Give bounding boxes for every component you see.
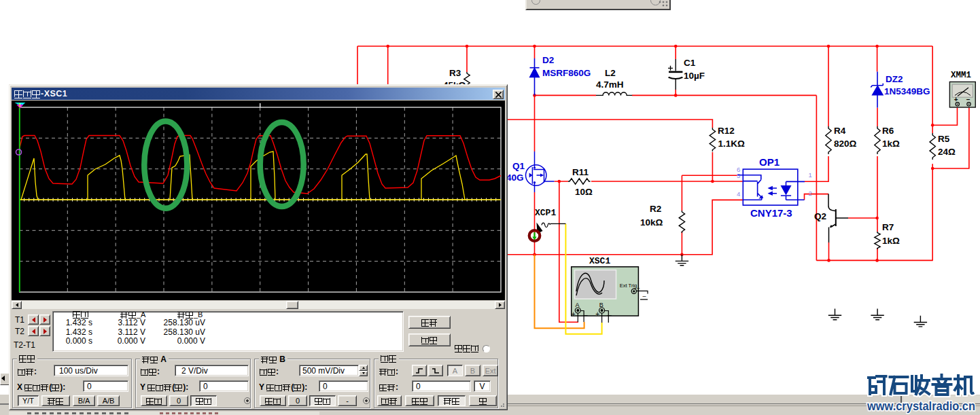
svg-text:5: 5 bbox=[737, 172, 740, 179]
svg-text:10Ω: 10Ω bbox=[575, 187, 593, 197]
svg-text:1kΩ: 1kΩ bbox=[882, 236, 900, 246]
svg-text:MSRF860G: MSRF860G bbox=[542, 68, 591, 78]
svg-text:2: 2 bbox=[809, 190, 812, 197]
svg-text:24Ω: 24Ω bbox=[938, 147, 956, 157]
svg-text:Q2: Q2 bbox=[814, 211, 826, 221]
svg-text:C1: C1 bbox=[684, 58, 696, 68]
svg-text:–: – bbox=[584, 310, 589, 319]
svg-text:–: – bbox=[966, 96, 970, 103]
svg-text:+: + bbox=[637, 285, 640, 291]
svg-text:Ext Trig: Ext Trig bbox=[620, 283, 637, 289]
svg-text:820Ω: 820Ω bbox=[834, 139, 857, 149]
svg-text:OP1: OP1 bbox=[759, 156, 780, 168]
svg-text:L2: L2 bbox=[605, 68, 616, 78]
svg-text:4: 4 bbox=[737, 190, 740, 198]
svg-text:R2: R2 bbox=[650, 204, 661, 214]
svg-text:R7: R7 bbox=[882, 222, 894, 232]
svg-text:R4: R4 bbox=[834, 126, 846, 136]
svg-text:XMM1: XMM1 bbox=[951, 71, 971, 80]
svg-text:1: 1 bbox=[18, 103, 21, 107]
svg-text:R12: R12 bbox=[718, 126, 735, 136]
svg-text:A: A bbox=[576, 302, 580, 308]
svg-text:1.1KΩ: 1.1KΩ bbox=[718, 139, 746, 149]
svg-text:www.crystalradio.cn: www.crystalradio.cn bbox=[867, 399, 975, 413]
svg-text:Q1: Q1 bbox=[512, 161, 525, 171]
svg-text:1: 1 bbox=[809, 171, 812, 179]
svg-text:XCP1: XCP1 bbox=[535, 208, 556, 218]
svg-text:1N5349BG: 1N5349BG bbox=[884, 86, 930, 96]
svg-text:XSC1: XSC1 bbox=[589, 256, 610, 266]
svg-text:40G: 40G bbox=[506, 173, 524, 183]
svg-text:+: + bbox=[595, 310, 599, 318]
svg-text:–: – bbox=[608, 310, 612, 319]
svg-text:4.7mH: 4.7mH bbox=[596, 79, 624, 90]
svg-text:DZ2: DZ2 bbox=[886, 74, 903, 84]
svg-text:R5: R5 bbox=[938, 134, 950, 144]
svg-text:R11: R11 bbox=[572, 167, 589, 177]
svg-text:–: – bbox=[643, 293, 646, 300]
svg-text:R3: R3 bbox=[449, 68, 461, 78]
svg-text:1kΩ: 1kΩ bbox=[882, 139, 900, 149]
svg-text:10kΩ: 10kΩ bbox=[640, 217, 663, 228]
svg-text:D2: D2 bbox=[542, 55, 554, 65]
svg-text:B: B bbox=[599, 302, 603, 308]
svg-text:CNY17-3: CNY17-3 bbox=[750, 207, 792, 219]
svg-text:10µF: 10µF bbox=[684, 71, 705, 81]
svg-text:+: + bbox=[572, 310, 576, 318]
svg-text:R6: R6 bbox=[882, 126, 894, 136]
